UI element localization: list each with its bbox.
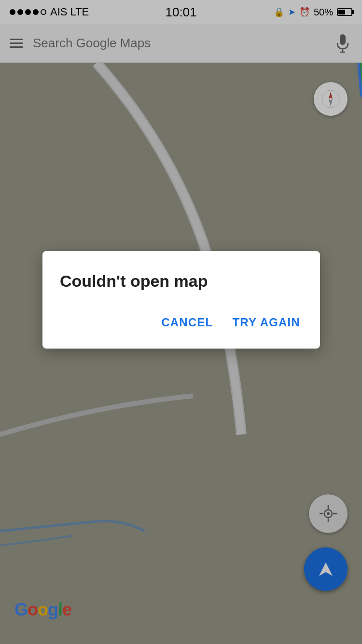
dialog-buttons: CANCEL TRY AGAIN bbox=[60, 311, 303, 334]
cancel-button[interactable]: CANCEL bbox=[159, 311, 215, 334]
error-dialog: Couldn't open map CANCEL TRY AGAIN bbox=[42, 251, 320, 349]
try-again-button[interactable]: TRY AGAIN bbox=[230, 311, 303, 334]
dialog-title: Couldn't open map bbox=[60, 270, 303, 292]
